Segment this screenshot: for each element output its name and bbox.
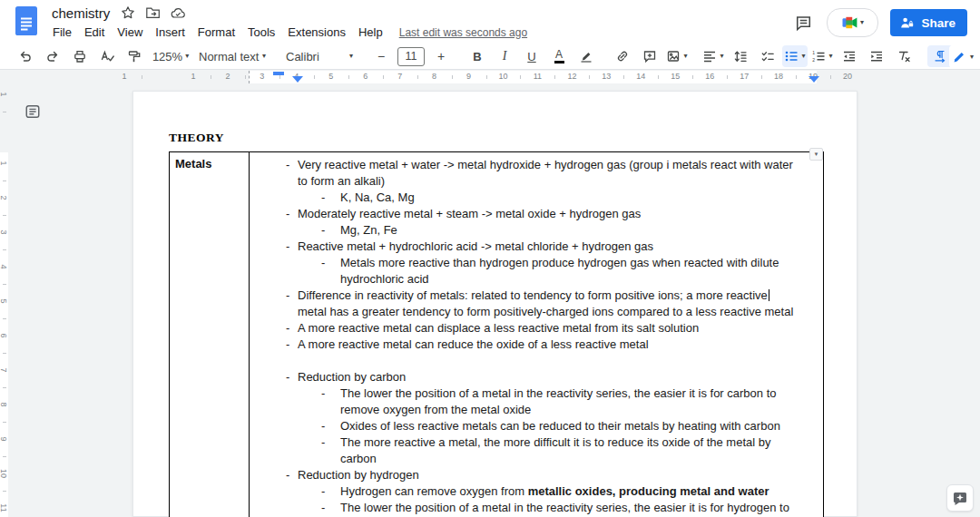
spelling-check-button[interactable] — [94, 45, 120, 67]
menu-extensions[interactable]: Extensions — [281, 24, 352, 41]
list-item[interactable]: -Moderately reactive metal + steam -> me… — [250, 206, 823, 222]
bullet-dash: - — [321, 385, 325, 402]
list-item[interactable]: -Very reactive metal + water -> metal hy… — [250, 157, 823, 173]
menu-file[interactable]: File — [46, 24, 78, 41]
list-item[interactable]: -Mg, Zn, Fe — [250, 222, 823, 239]
numbered-list-button[interactable]: 12▾ — [809, 45, 835, 67]
menu-help[interactable]: Help — [352, 24, 389, 41]
table-cell-body[interactable]: -Very reactive metal + water -> metal hy… — [250, 152, 823, 517]
list-item[interactable]: -Reactive metal + hydrochloric acid -> m… — [250, 239, 823, 255]
list-item[interactable]: -The more reactive a metal, the more dif… — [250, 434, 823, 451]
list-item[interactable]: -Metals more reactive than hydrogen prod… — [250, 255, 823, 271]
menu-insert[interactable]: Insert — [149, 24, 191, 41]
move-icon[interactable] — [145, 5, 161, 21]
bulleted-list-button[interactable]: ▾ — [782, 45, 808, 67]
list-item[interactable]: -Hydrogen can remove oxygen from metalli… — [250, 483, 823, 500]
list-item[interactable]: metal has a greater tendency to form pos… — [250, 304, 823, 320]
share-button[interactable]: Share — [890, 9, 967, 36]
vertical-ruler: 11234567891011 — [0, 71, 8, 517]
meet-button[interactable]: ▾ — [827, 8, 878, 37]
text-run: Very reactive metal + water -> metal hyd… — [298, 158, 793, 171]
menu-tools[interactable]: Tools — [241, 24, 281, 41]
ruler-number: 10 — [0, 469, 8, 478]
ruler-tick — [3, 112, 6, 112]
list-item[interactable]: remove oxygen from the metal oxide — [250, 402, 823, 418]
font-size-input-button[interactable]: 11 — [397, 47, 425, 66]
bold-button[interactable]: B — [465, 45, 490, 67]
menu-format[interactable]: Format — [191, 24, 241, 41]
document-page[interactable]: THEORY Metals -Very reactive metal + wat… — [132, 91, 858, 517]
print-button[interactable] — [67, 45, 93, 67]
text-color-button[interactable]: A — [546, 45, 572, 67]
underline-button[interactable]: U — [519, 45, 544, 67]
cloud-saved-icon[interactable] — [171, 5, 186, 21]
text-run: Metals more reactive than hydrogen produ… — [340, 256, 779, 269]
document-title[interactable]: chemistry — [52, 5, 110, 21]
section-heading[interactable]: THEORY — [169, 131, 224, 145]
list-item[interactable]: -A more reactive metal can reduce the ox… — [250, 337, 823, 353]
line-spacing-button[interactable] — [728, 45, 753, 67]
text-run: A more reactive metal can displace a les… — [298, 321, 699, 335]
document-outline-button[interactable] — [23, 102, 42, 121]
menu-view[interactable]: View — [111, 24, 149, 41]
ruler-number: 11 — [0, 503, 8, 512]
list-item[interactable]: hydrochloric acid — [250, 271, 823, 288]
last-edit-link[interactable]: Last edit was seconds ago — [399, 26, 527, 39]
insert-image-button[interactable]: ▾ — [664, 45, 690, 67]
first-line-indent-marker[interactable] — [273, 72, 284, 75]
ruler-tick — [3, 422, 6, 423]
table-quick-menu-button[interactable]: ▼ — [809, 148, 823, 161]
font-size-decrease-button[interactable]: − — [368, 45, 394, 67]
list-item[interactable]: to form an alkali) — [250, 173, 823, 190]
menu-edit[interactable]: Edit — [78, 24, 111, 41]
decrease-indent-button[interactable] — [837, 45, 862, 67]
list-item[interactable]: -Reduction by carbon — [250, 369, 823, 385]
list-item[interactable]: -Reduction by hydrogen — [250, 467, 823, 483]
bullet-dash: - — [321, 483, 325, 500]
hanging-indent-marker[interactable] — [292, 76, 303, 83]
ruler-tick — [727, 75, 728, 79]
table-cell-metals[interactable]: Metals — [170, 152, 250, 517]
ruler-tick — [589, 75, 590, 79]
list-item[interactable]: -The lower the position of a metal in th… — [250, 500, 823, 516]
chevron-down-icon: ▾ — [262, 53, 266, 60]
list-item[interactable]: -K, Na, Ca, Mg — [250, 190, 823, 206]
star-icon[interactable] — [120, 5, 135, 21]
list-item[interactable]: -The lower the position of a metal in th… — [250, 385, 823, 402]
zoom-select-button[interactable]: 125%▾ — [158, 45, 183, 67]
ruler-number: 5 — [0, 297, 8, 306]
clear-formatting-button[interactable] — [891, 45, 916, 67]
bullet-dash: - — [286, 157, 289, 173]
comment-history-icon[interactable] — [791, 11, 815, 34]
paint-format-button[interactable] — [122, 45, 147, 67]
explore-button[interactable] — [946, 484, 974, 512]
ruler-tick — [3, 353, 6, 354]
highlight-color-button[interactable] — [573, 45, 599, 67]
list-item[interactable]: -A more reactive metal can displace a le… — [250, 320, 823, 337]
list-item[interactable]: -Difference in reactivity of metals: rel… — [250, 288, 823, 304]
bullet-dash: - — [321, 434, 325, 451]
checklist-button[interactable] — [755, 45, 780, 67]
italic-button[interactable]: I — [492, 45, 517, 67]
docs-logo-icon[interactable] — [15, 5, 38, 36]
ruler-tick — [348, 75, 349, 79]
blank-line[interactable] — [250, 353, 823, 369]
list-item[interactable]: carbon — [250, 451, 823, 467]
add-comment-button[interactable] — [637, 45, 662, 67]
chevron-down-icon: ▾ — [970, 54, 974, 61]
font-size-increase-button[interactable]: + — [428, 45, 454, 67]
editing-mode-button[interactable]: ▾ — [949, 45, 976, 68]
increase-indent-button[interactable] — [864, 45, 889, 67]
text-run: Mg, Zn, Fe — [340, 223, 397, 237]
ruler-number: 10 — [498, 72, 507, 81]
list-item[interactable]: -Oxides of less reactive metals can be r… — [250, 418, 823, 434]
redo-button[interactable] — [40, 45, 65, 67]
right-indent-marker[interactable] — [808, 76, 819, 83]
styles-select-button[interactable]: Normal text▾ — [194, 45, 270, 67]
ruler-number: 12 — [567, 72, 576, 81]
insert-link-button[interactable] — [610, 45, 635, 67]
align-button[interactable]: ▾ — [701, 45, 726, 67]
undo-button[interactable] — [13, 45, 38, 67]
bullet-dash: - — [286, 320, 289, 337]
font-select-button[interactable]: Calibri▾ — [281, 45, 358, 67]
